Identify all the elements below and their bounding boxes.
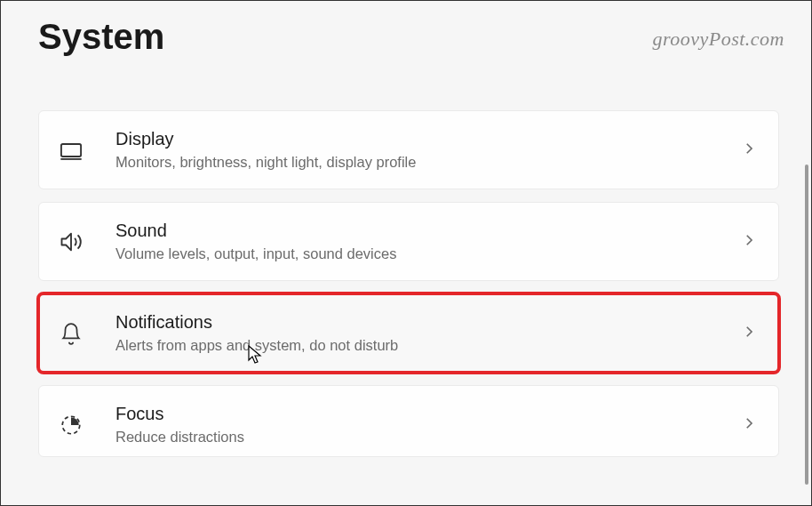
settings-item-title: Focus bbox=[115, 402, 741, 425]
settings-item-text: Focus Reduce distractions bbox=[115, 402, 741, 447]
settings-item-title: Sound bbox=[115, 219, 741, 242]
svg-marker-2 bbox=[62, 233, 72, 250]
chevron-right-icon bbox=[741, 232, 757, 252]
settings-item-display[interactable]: Display Monitors, brightness, night ligh… bbox=[38, 110, 779, 189]
settings-item-desc: Monitors, brightness, night light, displ… bbox=[115, 152, 741, 173]
svg-rect-0 bbox=[61, 144, 81, 157]
settings-item-focus[interactable]: Focus Reduce distractions bbox=[38, 385, 779, 457]
settings-item-desc: Reduce distractions bbox=[115, 427, 741, 447]
settings-item-text: Display Monitors, brightness, night ligh… bbox=[115, 127, 741, 173]
sound-icon bbox=[59, 229, 84, 254]
settings-item-title: Notifications bbox=[115, 310, 741, 333]
bell-icon bbox=[59, 321, 84, 346]
scrollbar[interactable] bbox=[805, 165, 808, 485]
display-icon bbox=[59, 138, 84, 163]
settings-item-notifications[interactable]: Notifications Alerts from apps and syste… bbox=[38, 293, 779, 373]
settings-item-text: Notifications Alerts from apps and syste… bbox=[115, 310, 741, 356]
settings-item-desc: Volume levels, output, input, sound devi… bbox=[115, 244, 741, 264]
settings-item-title: Display bbox=[115, 127, 741, 150]
watermark: groovyPost.com bbox=[652, 28, 784, 51]
chevron-right-icon bbox=[741, 415, 757, 435]
settings-list: Display Monitors, brightness, night ligh… bbox=[1, 57, 811, 457]
chevron-right-icon bbox=[741, 141, 757, 160]
settings-item-sound[interactable]: Sound Volume levels, output, input, soun… bbox=[38, 202, 779, 281]
chevron-right-icon bbox=[741, 324, 757, 343]
settings-item-text: Sound Volume levels, output, input, soun… bbox=[115, 219, 741, 264]
settings-item-desc: Alerts from apps and system, do not dist… bbox=[115, 335, 741, 356]
focus-icon bbox=[59, 413, 84, 438]
